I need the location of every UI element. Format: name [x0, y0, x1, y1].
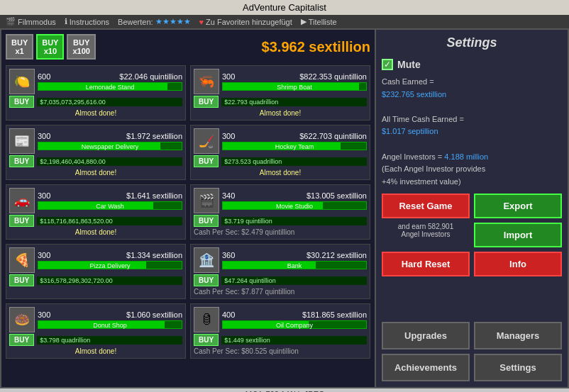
- shrimp-buy-button[interactable]: BUY: [194, 96, 219, 108]
- shrimp-name: Shrimp Boat: [223, 83, 366, 91]
- business-oil: 🛢 400 $181.865 sextillion Oil Company BU: [190, 303, 370, 359]
- left-panel: BUYx1 BUYx10 BUYx100 $3.962 sextillion 🍋…: [0, 28, 376, 388]
- main-area: BUYx1 BUYx10 BUYx100 $3.962 sextillion 🍋…: [0, 28, 569, 388]
- hard-reset-button[interactable]: Hard Reset: [382, 252, 470, 276]
- shrimp-total: $22.793 quadrillion: [221, 98, 367, 106]
- lemonade-status: Almost done!: [9, 109, 182, 117]
- titlelist-item[interactable]: ▶ Titelliste: [301, 17, 337, 26]
- achievements-button[interactable]: Achievements: [382, 354, 470, 381]
- oil-buy-button[interactable]: BUY: [194, 334, 219, 346]
- filmmode-item[interactable]: 🎬 Filmmodus: [6, 17, 56, 26]
- window-title: AdVenture Capitalist: [243, 2, 326, 13]
- shrimp-status: Almost done!: [194, 109, 367, 117]
- lemonade-buy-button[interactable]: BUY: [9, 96, 34, 108]
- oil-icon: 🛢: [194, 307, 219, 332]
- info-button[interactable]: Info: [474, 252, 562, 276]
- managers-button[interactable]: Managers: [474, 322, 562, 349]
- carwash-count: 300: [38, 191, 50, 200]
- import-button[interactable]: Import: [474, 223, 562, 247]
- cash-earned-label: Cash Earned =: [382, 76, 562, 89]
- buy-x1-button[interactable]: BUYx1: [6, 34, 33, 60]
- pizza-count: 300: [38, 251, 50, 259]
- titlelist-label: Titelliste: [309, 18, 337, 26]
- filmmode-icon: 🎬: [6, 17, 16, 26]
- carwash-price: $1.641 sextillion: [126, 191, 182, 200]
- footer-bar: 1134x762 141kb JPEG: [0, 388, 569, 392]
- oil-cps: Cash Per Sec: $80.525 quintillion: [194, 347, 367, 355]
- newspaper-price: $1.972 sextillion: [126, 132, 182, 140]
- angel-value: 4.188 million: [444, 152, 488, 161]
- pizza-icon: 🍕: [9, 247, 35, 273]
- donut-buy-button[interactable]: BUY: [9, 334, 34, 346]
- buy-x10-button[interactable]: BUYx10: [36, 34, 64, 60]
- shrimp-price: $822.353 quintillion: [299, 72, 367, 81]
- carwash-buy-button[interactable]: BUY: [9, 215, 34, 227]
- cash-display: $3.962 sextillion: [262, 39, 370, 55]
- stars-display: ★★★★★: [155, 17, 191, 26]
- carwash-total: $118,716,861,863,520.00: [37, 217, 182, 225]
- shrimp-icon: 🦐: [194, 69, 219, 94]
- lemonade-icon: 🍋: [9, 69, 35, 94]
- movie-buy-button[interactable]: BUY: [194, 215, 219, 227]
- heart-icon: ♥: [199, 18, 204, 26]
- angel-label: Angel Investors = 4.188 million: [382, 151, 562, 164]
- hockey-buy-button[interactable]: BUY: [194, 155, 219, 167]
- all-time-value: $1.017 septillion: [382, 127, 438, 135]
- movie-cps: Cash Per Sec: $2.479 quintillion: [194, 228, 367, 236]
- lemonade-price: $22.046 quintillion: [119, 72, 182, 81]
- movie-price: $13.005 sextillion: [306, 191, 367, 200]
- filmmode-label: Filmmodus: [18, 18, 56, 26]
- pizza-buy-button[interactable]: BUY: [9, 274, 34, 286]
- newspaper-icon: 📰: [9, 128, 35, 154]
- business-bank: 🏦 360 $30.212 sextillion Bank BUY: [190, 244, 370, 299]
- bank-price: $30.212 sextillion: [306, 251, 367, 259]
- newspaper-status: Almost done!: [9, 169, 182, 177]
- lemonade-name: Lemonade Stand: [38, 83, 182, 91]
- bank-count: 360: [222, 251, 235, 259]
- cash-earned-value: $232.765 sextillion: [382, 90, 446, 99]
- hockey-count: 300: [222, 132, 235, 140]
- carwash-icon: 🚗: [9, 188, 35, 213]
- bank-buy-button[interactable]: BUY: [194, 274, 219, 286]
- oil-price: $181.865 sextillion: [302, 310, 367, 319]
- instructions-item[interactable]: ℹ Instructions: [65, 17, 109, 26]
- business-movie: 🎬 340 $13.005 sextillion Movie Studio BU: [190, 184, 370, 240]
- donut-count: 300: [38, 310, 50, 319]
- bank-name: Bank: [223, 262, 366, 270]
- bewerten-label: Bewerten:: [118, 18, 153, 26]
- movie-name: Movie Studio: [223, 202, 366, 211]
- title-bar: AdVenture Capitalist: [0, 0, 569, 15]
- buy-x100-button[interactable]: BUYx100: [67, 34, 95, 60]
- favorites-item[interactable]: ♥ Zu Favoriten hinzugefügt: [199, 18, 292, 26]
- business-lemonade: 🍋 600 $22.046 quintillion Lemonade Stand: [6, 65, 186, 121]
- lemonade-count: 600: [38, 72, 50, 81]
- reset-game-button[interactable]: Reset Game: [382, 194, 470, 218]
- hockey-total: $273.523 quadrillion: [221, 157, 367, 166]
- export-button[interactable]: Export: [474, 194, 562, 218]
- right-panel: Settings ✓ Mute Cash Earned = $232.765 s…: [376, 28, 569, 388]
- pizza-name: Pizza Delivery: [38, 262, 182, 270]
- business-shrimp: 🦐 300 $822.353 quintillion Shrimp Boat B: [190, 65, 370, 121]
- movie-icon: 🎬: [194, 188, 219, 213]
- lemonade-total: $7,035,073,295,616.00: [37, 98, 182, 106]
- bottom-buttons: Upgrades Managers Achievements Settings: [382, 322, 562, 381]
- mute-label: Mute: [397, 59, 421, 70]
- pizza-price: $1.334 sextillion: [126, 251, 182, 259]
- top-controls: BUYx1 BUYx10 BUYx100 $3.962 sextillion: [6, 34, 370, 60]
- newspaper-count: 300: [38, 132, 50, 140]
- donut-price: $1.060 sextillion: [126, 310, 182, 319]
- stats-block: Cash Earned = $232.765 sextillion All Ti…: [382, 76, 562, 188]
- hockey-price: $622.703 quintillion: [299, 132, 367, 140]
- newspaper-buy-button[interactable]: BUY: [9, 155, 34, 167]
- business-hockey: 🏒 300 $622.703 quintillion Hockey Team B: [190, 125, 370, 180]
- donut-name: Donut Shop: [38, 321, 182, 330]
- settings-button[interactable]: Settings: [474, 354, 562, 381]
- mute-checkbox[interactable]: ✓: [382, 59, 393, 70]
- newspaper-total: $2,198,460,404,880.00: [37, 157, 182, 166]
- hockey-status: Almost done!: [194, 169, 367, 177]
- business-carwash: 🚗 300 $1.641 sextillion Car Wash BUY: [6, 184, 186, 240]
- upgrades-button[interactable]: Upgrades: [382, 322, 470, 349]
- bewerten-item[interactable]: Bewerten: ★★★★★: [118, 17, 191, 26]
- movie-count: 340: [222, 191, 235, 200]
- business-donut: 🍩 300 $1.060 sextillion Donut Shop BUY: [6, 303, 186, 359]
